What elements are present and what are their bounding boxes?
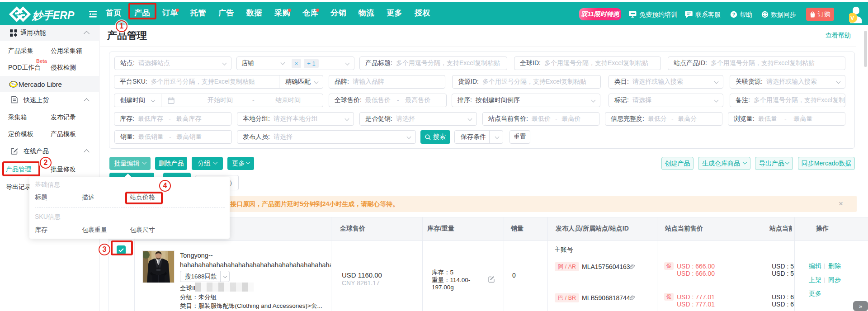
svg-text:V: V (850, 14, 854, 21)
svg-text:?: ? (732, 12, 735, 17)
